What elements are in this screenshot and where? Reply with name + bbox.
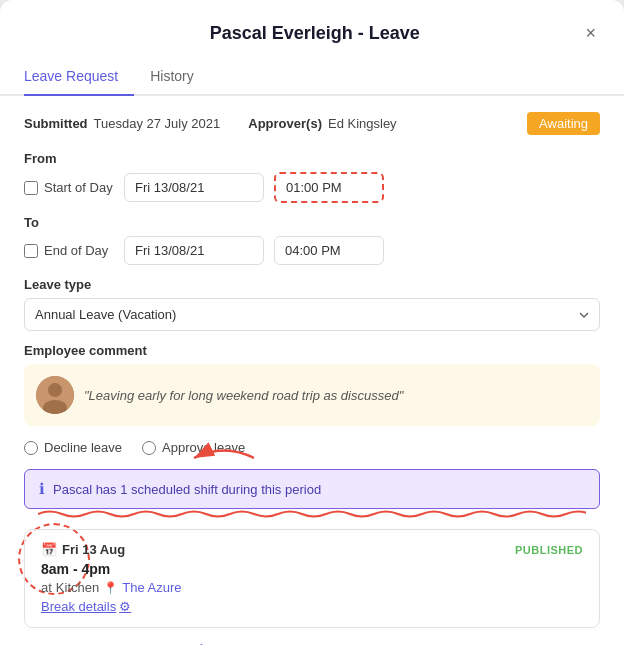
approve-radio[interactable] — [142, 441, 156, 455]
meta-left: Submitted Tuesday 27 July 2021 Approver(… — [24, 116, 397, 131]
info-banner-wrapper: ℹ Pascal has 1 scheduled shift during th… — [24, 469, 600, 509]
shift-time: 8am - 4pm — [41, 561, 583, 577]
to-row: End of Day — [24, 236, 600, 265]
from-time-input[interactable] — [274, 172, 384, 203]
from-row: Start of Day — [24, 172, 600, 203]
shift-date: 📅 Fri 13 Aug — [41, 542, 125, 557]
avatar-svg — [36, 376, 74, 414]
approver-label: Approver(s) — [248, 116, 322, 131]
decline-radio[interactable] — [24, 441, 38, 455]
end-of-day-label[interactable]: End of Day — [24, 243, 114, 258]
to-label: To — [24, 215, 600, 230]
shift-card-wrapper: 📅 Fri 13 Aug PUBLISHED 8am - 4pm at Kitc… — [24, 529, 600, 628]
action-radio-row: Decline leave Approve leave — [24, 440, 600, 455]
comment-section: Employee comment "Leaving early for long… — [24, 343, 600, 426]
meta-row: Submitted Tuesday 27 July 2021 Approver(… — [24, 112, 600, 135]
submitted-value: Tuesday 27 July 2021 — [94, 116, 221, 131]
info-banner-text: Pascal has 1 scheduled shift during this… — [53, 482, 321, 497]
modal-title: Pascal Everleigh - Leave — [48, 23, 581, 44]
status-badge: Awaiting — [527, 112, 600, 135]
modal: Pascal Everleigh - Leave × Leave Request… — [0, 0, 624, 645]
modal-header: Pascal Everleigh - Leave × — [0, 0, 624, 58]
break-icon: ⚙ — [119, 599, 131, 614]
from-date-input[interactable] — [124, 173, 264, 202]
comment-box: "Leaving early for long weekend road tri… — [24, 364, 600, 426]
location-detail: The Azure — [122, 580, 181, 595]
from-label: From — [24, 151, 600, 166]
end-of-day-checkbox[interactable] — [24, 244, 38, 258]
info-banner: ℹ Pascal has 1 scheduled shift during th… — [24, 469, 600, 509]
shift-location: at Kitchen 📍 The Azure — [41, 580, 583, 595]
to-time-input[interactable] — [274, 236, 384, 265]
tab-history[interactable]: History — [150, 58, 210, 96]
to-section: To End of Day — [24, 215, 600, 265]
approver-value: Ed Kingsley — [328, 116, 397, 131]
break-details-link[interactable]: Break details ⚙ — [41, 599, 131, 614]
location-icon: 📍 — [103, 581, 118, 595]
comment-label: Employee comment — [24, 343, 600, 358]
svg-point-1 — [48, 383, 62, 397]
submitted-label: Submitted — [24, 116, 88, 131]
leave-type-label: Leave type — [24, 277, 600, 292]
comment-text: "Leaving early for long weekend road tri… — [84, 388, 403, 403]
from-section: From Start of Day — [24, 151, 600, 203]
tab-leave-request[interactable]: Leave Request — [24, 58, 134, 96]
calendar-icon: 📅 — [41, 542, 57, 557]
start-of-day-label[interactable]: Start of Day — [24, 180, 114, 195]
info-icon: ℹ — [39, 480, 45, 498]
leave-type-select[interactable]: Annual Leave (Vacation) Sick Leave Perso… — [24, 298, 600, 331]
leave-type-section: Leave type Annual Leave (Vacation) Sick … — [24, 277, 600, 331]
shift-card-top: 📅 Fri 13 Aug PUBLISHED — [41, 542, 583, 557]
wavy-annotation — [38, 509, 586, 519]
tabs-container: Leave Request History — [0, 58, 624, 96]
start-of-day-checkbox[interactable] — [24, 181, 38, 195]
avatar-image — [36, 376, 74, 414]
decline-label[interactable]: Decline leave — [24, 440, 122, 455]
avatar — [36, 376, 74, 414]
published-badge: PUBLISHED — [515, 544, 583, 556]
location-label: Kitchen — [56, 580, 99, 595]
modal-body: Submitted Tuesday 27 July 2021 Approver(… — [0, 96, 624, 645]
approve-label[interactable]: Approve leave — [142, 440, 245, 455]
at-label: at — [41, 580, 52, 595]
shift-card: 📅 Fri 13 Aug PUBLISHED 8am - 4pm at Kitc… — [24, 529, 600, 628]
to-date-input[interactable] — [124, 236, 264, 265]
close-button[interactable]: × — [581, 20, 600, 46]
